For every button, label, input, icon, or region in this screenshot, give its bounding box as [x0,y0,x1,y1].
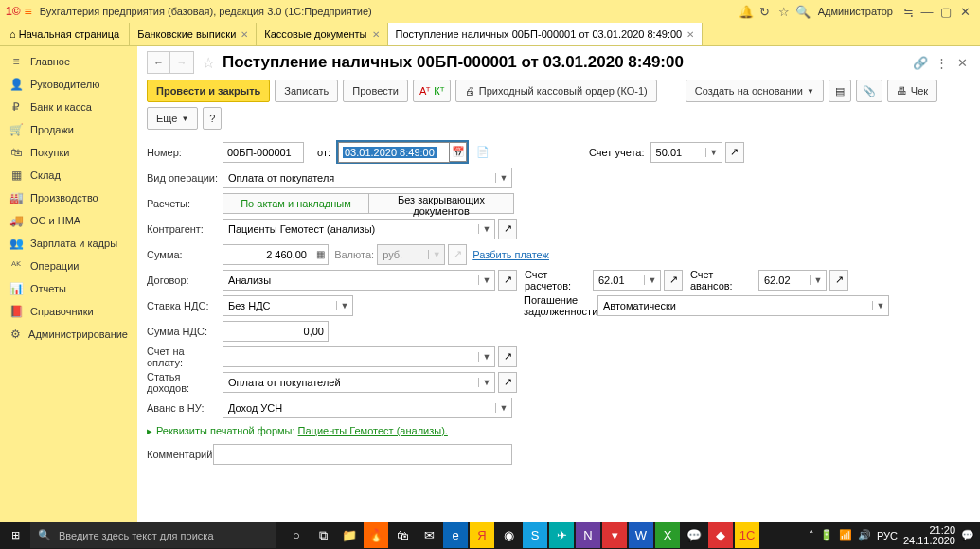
invacct-select[interactable]: ▼ [223,346,495,367]
calendar-icon[interactable]: 📅 [450,142,467,162]
word-icon[interactable]: W [629,522,653,548]
user-name[interactable]: Администратор [818,6,893,17]
write-button[interactable]: Записать [275,80,338,102]
battery-icon[interactable]: 🔋 [820,529,833,541]
app-icon[interactable]: 🔥 [364,522,388,548]
nav-refs[interactable]: 📕Справочники [0,300,137,323]
check-button[interactable]: 🖶Чек [887,80,937,102]
open-acct-button[interactable]: ↗ [725,142,744,163]
taskview-icon[interactable]: ⧉ [311,522,335,548]
optype-select[interactable]: Оплата от покупателя▼ [223,168,512,188]
open-advacct-button[interactable]: ↗ [829,270,848,291]
mail-icon[interactable]: ✉ [417,522,441,548]
nav-prod[interactable]: 🏭Производство [0,186,137,209]
lang-indicator[interactable]: РУС [877,530,898,541]
edge-icon[interactable]: e [443,522,468,548]
history-icon[interactable]: ↻ [756,5,775,19]
tray-up-icon[interactable]: ˄ [809,529,814,541]
skype-icon[interactable]: S [523,522,547,548]
home-tab[interactable]: ⌂ Начальная страница [0,23,130,45]
anydesk-icon[interactable]: ◆ [708,522,733,548]
store-icon[interactable]: 🛍 [390,522,415,548]
tab-bank[interactable]: Банковские выписки✕ [130,23,257,45]
date-field[interactable]: 03.01.2020 8:49:00 📅 [336,140,469,164]
income-select[interactable]: Оплата от покупателей▼ [223,372,495,393]
split-payment-link[interactable]: Разбить платеж [472,249,549,260]
maximize-icon[interactable]: ▢ [936,5,955,19]
contract-select[interactable]: Анализы▼ [223,270,495,291]
1c-icon[interactable]: 1C [735,522,759,548]
open-contr-button[interactable]: ↗ [498,219,517,239]
link-icon[interactable]: 🔗 [912,56,929,70]
menu-icon[interactable]: ≡ [25,4,32,19]
adv-acct-select[interactable]: 62.02▼ [758,270,827,291]
start-button[interactable]: ⊞ [0,522,30,549]
settings-icon[interactable]: ≒ [899,5,918,19]
close-icon[interactable]: ✕ [241,29,248,40]
vat-select[interactable]: Без НДС▼ [223,295,353,316]
nav-salary[interactable]: 👥Зарплата и кадры [0,232,137,255]
viber-icon[interactable]: ▾ [602,522,627,548]
reg-button[interactable]: ▤ [829,80,851,102]
open-income-button[interactable]: ↗ [498,372,517,393]
close-icon[interactable]: ✕ [955,5,974,19]
volume-icon[interactable]: 🔊 [858,529,871,541]
excel-icon[interactable]: X [655,522,680,548]
whatsapp-icon[interactable]: 💬 [682,522,706,548]
nav-purchase[interactable]: 🛍Покупки [0,141,137,164]
create-based-button[interactable]: Создать на основании ▼ [686,80,824,102]
nav-os[interactable]: 🚚ОС и НМА [0,209,137,232]
telegram-icon[interactable]: ✈ [549,522,574,548]
debt-select[interactable]: Автоматически▼ [597,295,889,316]
close-panel-icon[interactable]: ✕ [953,56,971,70]
yandex-icon[interactable]: Я [470,522,494,548]
chrome-icon[interactable]: ◉ [496,522,521,548]
system-tray[interactable]: ˄ 🔋 📶 🔊 РУС 21:20 24.11.2020 💬 [803,525,980,546]
notifications-icon[interactable]: 💬 [961,529,974,541]
nav-ops[interactable]: ᴬᴷОперации [0,255,137,277]
cortana-icon[interactable]: ○ [284,522,309,548]
nav-main[interactable]: ≡Главное [0,50,137,73]
nav-sales[interactable]: 🛒Продажи [0,118,137,141]
back-button[interactable]: ← [148,52,170,73]
help-button[interactable]: ? [203,107,222,130]
dt-kt-button[interactable]: АᵀКᵀ [413,80,451,102]
search-icon[interactable]: 🔍 [793,5,812,19]
more-button[interactable]: Еще ▼ [147,107,198,130]
open-contract-button[interactable]: ↗ [498,270,517,291]
bell-icon[interactable]: 🔔 [737,5,756,19]
post-button[interactable]: Провести [343,80,408,102]
favorite-icon[interactable]: ☆ [202,54,215,72]
star-icon[interactable]: ☆ [775,5,793,19]
explorer-icon[interactable]: 📁 [337,522,362,548]
forward-button[interactable]: → [170,52,193,73]
calc-acct-select[interactable]: 62.01▼ [593,270,661,291]
open-invacct-button[interactable]: ↗ [498,346,517,367]
close-icon[interactable]: ✕ [372,29,380,40]
sum-input[interactable]: 2 460,00▦ [223,244,329,265]
onenote-icon[interactable]: N [576,522,600,548]
pko-button[interactable]: 🖨Приходный кассовый ордер (КО-1) [455,80,657,102]
wifi-icon[interactable]: 📶 [839,529,852,541]
tab-cash[interactable]: Кассовые документы✕ [257,23,387,45]
tab-receipt[interactable]: Поступление наличных 00БП-000001 от 03.0… [388,23,704,45]
open-calcacct-button[interactable]: ↗ [664,270,683,291]
post-close-button[interactable]: Провести и закрыть [147,80,270,102]
clock[interactable]: 21:20 24.11.2020 [903,525,955,546]
contr-select[interactable]: Пациенты Гемотест (анализы)▼ [223,219,495,239]
doc-status-icon[interactable]: 📄 [472,142,494,163]
comment-input[interactable] [213,444,512,465]
nav-stock[interactable]: ▦Склад [0,164,137,186]
close-icon[interactable]: ✕ [686,29,694,40]
expand-icon[interactable]: ▸ [147,425,152,437]
acct-select[interactable]: 50.01▼ [650,142,722,163]
nav-bank[interactable]: ₽Банк и касса [0,96,137,118]
number-input[interactable] [223,142,304,163]
nav-reports[interactable]: 📊Отчеты [0,277,137,300]
advnu-select[interactable]: Доход УСН▼ [223,398,512,418]
vatsum-input[interactable] [223,321,329,342]
more-icon[interactable]: ⋮ [933,56,950,70]
minimize-icon[interactable]: — [918,5,936,19]
taskbar-search[interactable]: 🔍 Введите здесь текст для поиска [30,522,276,548]
calc-nodocs-button[interactable]: Без закрывающих документов [369,193,514,214]
